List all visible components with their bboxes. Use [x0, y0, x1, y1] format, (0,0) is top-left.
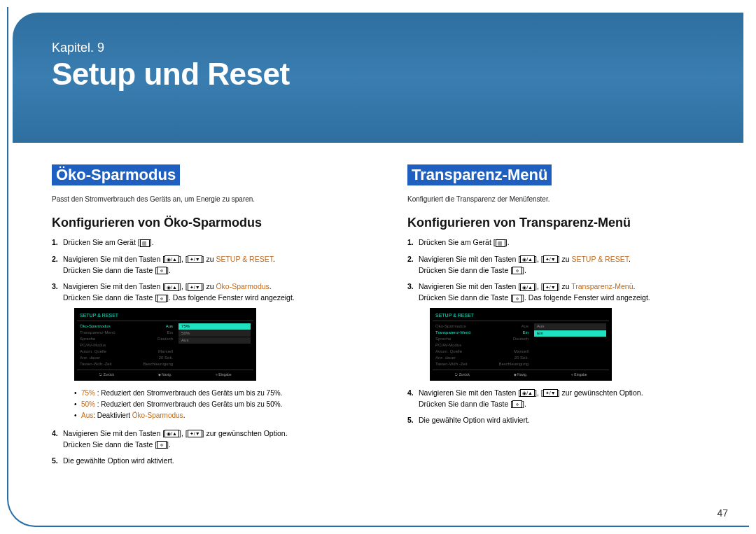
chapter-label: Kapitel. 9 — [52, 41, 704, 55]
enter-icon: ⎆ — [157, 295, 167, 302]
chapter-banner: Kapitel. 9 Setup und Reset — [13, 13, 743, 143]
nav-up-icon: ◉/▲ — [164, 283, 179, 291]
nav-down-icon: ✦/▼ — [188, 283, 202, 291]
step-4: 4. Navigieren Sie mit den Tasten [◉/▲], … — [407, 388, 721, 410]
bullet-item: 75% : Reduziert den Stromverbrauch des G… — [74, 388, 365, 399]
menu-icon: ▥ — [496, 239, 505, 247]
osd-option: Aus — [534, 323, 606, 330]
menu-icon: ▥ — [140, 239, 150, 247]
nav-up-icon: ◉/▲ — [520, 389, 535, 397]
section-title-transparency: Transparenz-Menü — [407, 164, 552, 185]
enter-icon: ⎆ — [512, 400, 522, 408]
nav-down-icon: ✦/▼ — [543, 389, 558, 397]
osd-row: PC/AV-Modus — [435, 342, 528, 349]
right-column: Transparenz-Menü Konfiguriert die Transp… — [407, 164, 721, 472]
nav-down-icon: ✦/▼ — [188, 255, 202, 263]
osd-row: Öko-SparmodusAus — [435, 323, 528, 330]
osd-row: Tasten-Wdh.-ZeitBeschleunigung — [80, 361, 173, 367]
nav-down-icon: ✦/▼ — [188, 430, 202, 437]
osd-menu-list: Öko-SparmodusAus Transparenz-MenüEin Spr… — [77, 321, 176, 370]
osd-row: Autom. QuelleManuell — [80, 349, 173, 355]
step-4: 4. Navigieren Sie mit den Tasten [◉/▲], … — [52, 428, 365, 451]
enter-icon: ⎆ — [512, 267, 522, 274]
osd-row: SpracheDeutsch — [435, 336, 528, 342]
osd-option: Aus — [178, 337, 251, 344]
step-3: 3. Navigieren Sie mit den Tasten [◉/▲], … — [52, 281, 365, 421]
osd-option: 75% — [178, 323, 251, 330]
osd-body: Öko-SparmodusAus Transparenz-MenüEin Spr… — [77, 321, 253, 370]
enter-icon: ⎆ — [157, 267, 167, 274]
enter-icon: ⎆ — [512, 295, 522, 302]
nav-up-icon: ◉/▲ — [520, 283, 535, 291]
bullet-item: 50% : Reduziert den Stromverbrauch des G… — [74, 399, 365, 410]
osd-options: 75% 50% Aus — [176, 321, 253, 370]
osd-row: Tasten-Wdh.-ZeitBeschleunigung — [435, 361, 528, 367]
osd-row: Transparenz-MenüEin — [435, 330, 528, 336]
osd-options: Aus Ein — [531, 321, 609, 370]
step-5: 5. Die gewählte Option wird aktiviert. — [52, 456, 365, 467]
step-1: 1. Drücken Sie am Gerät [▥]. — [407, 237, 721, 248]
step-2: 2. Navigieren Sie mit den Tasten [◉/▲], … — [52, 254, 365, 276]
section-desc: Passt den Stromverbrauch des Geräts an, … — [52, 195, 365, 203]
osd-screenshot-eco: SETUP & RESET Öko-SparmodusAus Transpare… — [74, 308, 256, 381]
osd-title: SETUP & RESET — [77, 311, 253, 321]
osd-option: Ein — [534, 330, 606, 337]
section-title-eco: Öko-Sparmodus — [52, 164, 180, 185]
osd-title: SETUP & RESET — [433, 311, 609, 321]
nav-up-icon: ◉/▲ — [164, 430, 179, 437]
step-3: 3. Navigieren Sie mit den Tasten [◉/▲], … — [407, 281, 721, 381]
steps-list: 1. Drücken Sie am Gerät [▥]. 2. Navigier… — [407, 237, 721, 426]
osd-menu-list: Öko-SparmodusAus Transparenz-MenüEin Spr… — [433, 321, 531, 370]
osd-footer: ⮌ Zurück ◆ Navig. ⎆ Eingabe — [433, 370, 609, 378]
osd-row: Öko-SparmodusAus — [80, 323, 173, 330]
step-5: 5. Die gewählte Option wird aktiviert. — [407, 415, 721, 426]
nav-up-icon: ◉/▲ — [520, 255, 535, 263]
osd-row: Transparenz-MenüEin — [80, 330, 173, 336]
osd-row: Autom. QuelleManuell — [435, 349, 528, 355]
content-area: Öko-Sparmodus Passt den Stromverbrauch d… — [52, 164, 721, 472]
osd-option: 50% — [178, 330, 251, 337]
osd-row: Anz. dauer20 Sek. — [435, 355, 528, 361]
section-desc: Konfiguriert die Transparenz der Menüfen… — [407, 195, 721, 203]
nav-up-icon: ◉/▲ — [164, 255, 179, 263]
left-column: Öko-Sparmodus Passt den Stromverbrauch d… — [52, 164, 365, 472]
osd-row: SpracheDeutsch — [80, 336, 173, 342]
option-bullets: 75% : Reduziert den Stromverbrauch des G… — [74, 388, 365, 421]
subheading: Konfigurieren von Transparenz-Menü — [407, 216, 721, 230]
nav-down-icon: ✦/▼ — [543, 283, 558, 291]
step-1: 1. Drücken Sie am Gerät [▥]. — [52, 237, 365, 248]
osd-body: Öko-SparmodusAus Transparenz-MenüEin Spr… — [433, 321, 609, 370]
osd-row: PC/AV-Modus — [80, 342, 173, 349]
osd-row: Anz. dauer20 Sek. — [80, 355, 173, 361]
steps-list: 1. Drücken Sie am Gerät [▥]. 2. Navigier… — [52, 237, 365, 467]
step-2: 2. Navigieren Sie mit den Tasten [◉/▲], … — [407, 254, 721, 276]
nav-down-icon: ✦/▼ — [543, 255, 558, 263]
chapter-title: Setup und Reset — [52, 57, 704, 92]
subheading: Konfigurieren von Öko-Sparmodus — [52, 216, 365, 230]
osd-screenshot-transparency: SETUP & RESET Öko-SparmodusAus Transpare… — [430, 308, 612, 381]
bullet-item: Aus: Deaktiviert Öko-Sparmodus. — [74, 410, 365, 421]
osd-footer: ⮌ Zurück ◆ Navig. ⎆ Eingabe — [77, 370, 253, 378]
page-number: 47 — [717, 507, 728, 519]
enter-icon: ⎆ — [157, 441, 167, 449]
